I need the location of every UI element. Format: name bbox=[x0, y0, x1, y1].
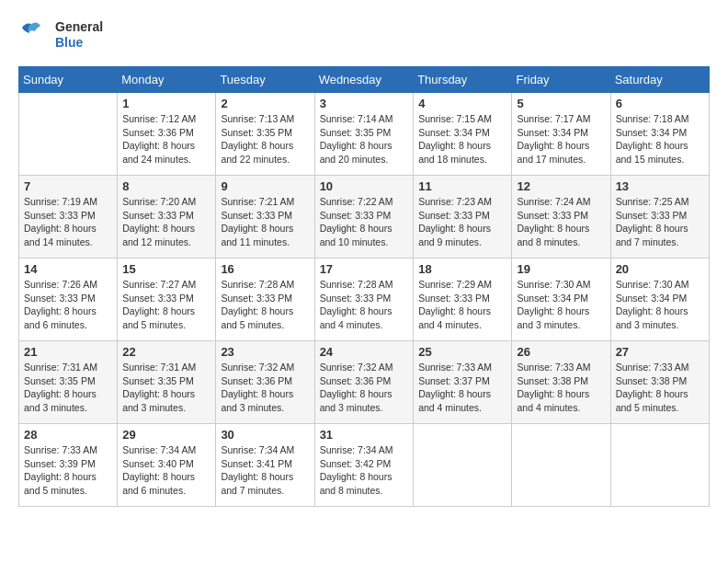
day-number: 26 bbox=[517, 345, 605, 359]
day-number: 9 bbox=[221, 179, 309, 193]
day-number: 12 bbox=[517, 179, 605, 193]
calendar-cell: 14Sunrise: 7:26 AM Sunset: 3:33 PM Dayli… bbox=[19, 259, 118, 341]
calendar-cell: 18Sunrise: 7:29 AM Sunset: 3:33 PM Dayli… bbox=[414, 259, 512, 341]
cell-content: Sunrise: 7:34 AM Sunset: 3:40 PM Dayligh… bbox=[122, 443, 210, 498]
day-number: 19 bbox=[517, 262, 605, 276]
calendar-cell: 25Sunrise: 7:33 AM Sunset: 3:37 PM Dayli… bbox=[414, 341, 512, 424]
calendar-cell: 22Sunrise: 7:31 AM Sunset: 3:35 PM Dayli… bbox=[118, 341, 216, 424]
calendar-cell: 9Sunrise: 7:21 AM Sunset: 3:33 PM Daylig… bbox=[216, 176, 314, 259]
logo-text: General Blue bbox=[55, 19, 103, 51]
day-number: 11 bbox=[418, 179, 506, 193]
cell-content: Sunrise: 7:18 AM Sunset: 3:34 PM Dayligh… bbox=[616, 112, 704, 167]
header-cell-sunday: Sunday bbox=[19, 67, 118, 93]
calendar-cell: 4Sunrise: 7:15 AM Sunset: 3:34 PM Daylig… bbox=[414, 93, 512, 176]
calendar-cell: 1Sunrise: 7:12 AM Sunset: 3:36 PM Daylig… bbox=[118, 93, 216, 176]
calendar-table: SundayMondayTuesdayWednesdayThursdayFrid… bbox=[18, 66, 710, 507]
cell-content: Sunrise: 7:22 AM Sunset: 3:33 PM Dayligh… bbox=[320, 195, 409, 249]
cell-content: Sunrise: 7:31 AM Sunset: 3:35 PM Dayligh… bbox=[122, 361, 210, 415]
day-number: 31 bbox=[320, 428, 409, 442]
cell-content: Sunrise: 7:26 AM Sunset: 3:33 PM Dayligh… bbox=[24, 278, 112, 332]
calendar-cell: 2Sunrise: 7:13 AM Sunset: 3:35 PM Daylig… bbox=[216, 93, 314, 176]
logo-graphic: General Blue bbox=[18, 18, 103, 52]
calendar-cell: 24Sunrise: 7:32 AM Sunset: 3:36 PM Dayli… bbox=[314, 341, 414, 424]
day-number: 22 bbox=[122, 345, 210, 359]
cell-content: Sunrise: 7:14 AM Sunset: 3:35 PM Dayligh… bbox=[320, 112, 409, 167]
day-number: 28 bbox=[24, 428, 112, 442]
header-cell-thursday: Thursday bbox=[414, 67, 512, 93]
day-number: 8 bbox=[122, 179, 210, 193]
day-number: 29 bbox=[122, 428, 210, 442]
calendar-cell: 8Sunrise: 7:20 AM Sunset: 3:33 PM Daylig… bbox=[118, 176, 216, 259]
day-number: 24 bbox=[320, 345, 409, 359]
header-cell-friday: Friday bbox=[512, 67, 610, 93]
day-number: 21 bbox=[24, 345, 112, 359]
header-cell-wednesday: Wednesday bbox=[314, 67, 414, 93]
day-number: 17 bbox=[320, 262, 409, 276]
cell-content: Sunrise: 7:33 AM Sunset: 3:38 PM Dayligh… bbox=[517, 361, 605, 415]
day-number: 6 bbox=[616, 97, 704, 110]
day-number: 27 bbox=[616, 345, 704, 359]
day-number: 7 bbox=[24, 179, 112, 193]
day-number: 13 bbox=[616, 179, 704, 193]
cell-content: Sunrise: 7:13 AM Sunset: 3:35 PM Dayligh… bbox=[221, 112, 309, 167]
cell-content: Sunrise: 7:33 AM Sunset: 3:37 PM Dayligh… bbox=[418, 361, 506, 415]
calendar-cell: 5Sunrise: 7:17 AM Sunset: 3:34 PM Daylig… bbox=[512, 93, 610, 176]
cell-content: Sunrise: 7:19 AM Sunset: 3:33 PM Dayligh… bbox=[24, 195, 112, 249]
calendar-cell: 31Sunrise: 7:34 AM Sunset: 3:42 PM Dayli… bbox=[314, 424, 414, 507]
calendar-week-row: 1Sunrise: 7:12 AM Sunset: 3:36 PM Daylig… bbox=[19, 93, 710, 176]
cell-content: Sunrise: 7:28 AM Sunset: 3:33 PM Dayligh… bbox=[221, 278, 309, 332]
cell-content: Sunrise: 7:25 AM Sunset: 3:33 PM Dayligh… bbox=[616, 195, 704, 249]
cell-content: Sunrise: 7:28 AM Sunset: 3:33 PM Dayligh… bbox=[320, 278, 409, 332]
header-cell-tuesday: Tuesday bbox=[216, 67, 314, 93]
cell-content: Sunrise: 7:31 AM Sunset: 3:35 PM Dayligh… bbox=[24, 361, 112, 415]
cell-content: Sunrise: 7:17 AM Sunset: 3:34 PM Dayligh… bbox=[517, 112, 605, 167]
day-number: 5 bbox=[517, 97, 605, 110]
calendar-cell: 28Sunrise: 7:33 AM Sunset: 3:39 PM Dayli… bbox=[19, 424, 118, 507]
cell-content: Sunrise: 7:30 AM Sunset: 3:34 PM Dayligh… bbox=[616, 278, 704, 332]
day-number: 14 bbox=[24, 262, 112, 276]
calendar-cell: 7Sunrise: 7:19 AM Sunset: 3:33 PM Daylig… bbox=[19, 176, 118, 259]
cell-content: Sunrise: 7:34 AM Sunset: 3:42 PM Dayligh… bbox=[320, 443, 409, 498]
cell-content: Sunrise: 7:34 AM Sunset: 3:41 PM Dayligh… bbox=[221, 443, 309, 498]
calendar-cell: 19Sunrise: 7:30 AM Sunset: 3:34 PM Dayli… bbox=[512, 259, 610, 341]
day-number: 3 bbox=[320, 97, 409, 110]
calendar-cell: 21Sunrise: 7:31 AM Sunset: 3:35 PM Dayli… bbox=[19, 341, 118, 424]
cell-content: Sunrise: 7:32 AM Sunset: 3:36 PM Dayligh… bbox=[320, 361, 409, 415]
header-cell-monday: Monday bbox=[118, 67, 216, 93]
calendar-cell: 29Sunrise: 7:34 AM Sunset: 3:40 PM Dayli… bbox=[118, 424, 216, 507]
calendar-cell: 16Sunrise: 7:28 AM Sunset: 3:33 PM Dayli… bbox=[216, 259, 314, 341]
cell-content: Sunrise: 7:32 AM Sunset: 3:36 PM Dayligh… bbox=[221, 361, 309, 415]
calendar-cell: 27Sunrise: 7:33 AM Sunset: 3:38 PM Dayli… bbox=[610, 341, 709, 424]
cell-content: Sunrise: 7:29 AM Sunset: 3:33 PM Dayligh… bbox=[418, 278, 506, 332]
cell-content: Sunrise: 7:12 AM Sunset: 3:36 PM Dayligh… bbox=[122, 112, 210, 167]
calendar-cell: 17Sunrise: 7:28 AM Sunset: 3:33 PM Dayli… bbox=[314, 259, 414, 341]
cell-content: Sunrise: 7:33 AM Sunset: 3:39 PM Dayligh… bbox=[24, 443, 112, 498]
cell-content: Sunrise: 7:24 AM Sunset: 3:33 PM Dayligh… bbox=[517, 195, 605, 249]
cell-content: Sunrise: 7:15 AM Sunset: 3:34 PM Dayligh… bbox=[418, 112, 506, 167]
calendar-cell: 11Sunrise: 7:23 AM Sunset: 3:33 PM Dayli… bbox=[414, 176, 512, 259]
cell-content: Sunrise: 7:21 AM Sunset: 3:33 PM Dayligh… bbox=[221, 195, 309, 249]
calendar-cell bbox=[512, 424, 610, 507]
calendar-cell: 3Sunrise: 7:14 AM Sunset: 3:35 PM Daylig… bbox=[314, 93, 414, 176]
calendar-cell: 23Sunrise: 7:32 AM Sunset: 3:36 PM Dayli… bbox=[216, 341, 314, 424]
calendar-cell: 20Sunrise: 7:30 AM Sunset: 3:34 PM Dayli… bbox=[610, 259, 709, 341]
cell-content: Sunrise: 7:23 AM Sunset: 3:33 PM Dayligh… bbox=[418, 195, 506, 249]
cell-content: Sunrise: 7:30 AM Sunset: 3:34 PM Dayligh… bbox=[517, 278, 605, 332]
calendar-header-row: SundayMondayTuesdayWednesdayThursdayFrid… bbox=[19, 67, 710, 93]
day-number: 16 bbox=[221, 262, 309, 276]
page-header: General Blue bbox=[18, 18, 710, 52]
day-number: 1 bbox=[122, 97, 210, 110]
calendar-week-row: 21Sunrise: 7:31 AM Sunset: 3:35 PM Dayli… bbox=[19, 341, 710, 424]
day-number: 2 bbox=[221, 97, 309, 110]
header-cell-saturday: Saturday bbox=[610, 67, 709, 93]
calendar-cell: 26Sunrise: 7:33 AM Sunset: 3:38 PM Dayli… bbox=[512, 341, 610, 424]
calendar-cell bbox=[19, 93, 118, 176]
calendar-cell: 12Sunrise: 7:24 AM Sunset: 3:33 PM Dayli… bbox=[512, 176, 610, 259]
calendar-cell bbox=[414, 424, 512, 507]
calendar-cell: 10Sunrise: 7:22 AM Sunset: 3:33 PM Dayli… bbox=[314, 176, 414, 259]
calendar-week-row: 7Sunrise: 7:19 AM Sunset: 3:33 PM Daylig… bbox=[19, 176, 710, 259]
day-number: 15 bbox=[122, 262, 210, 276]
day-number: 20 bbox=[616, 262, 704, 276]
calendar-cell bbox=[610, 424, 709, 507]
day-number: 4 bbox=[418, 97, 506, 110]
